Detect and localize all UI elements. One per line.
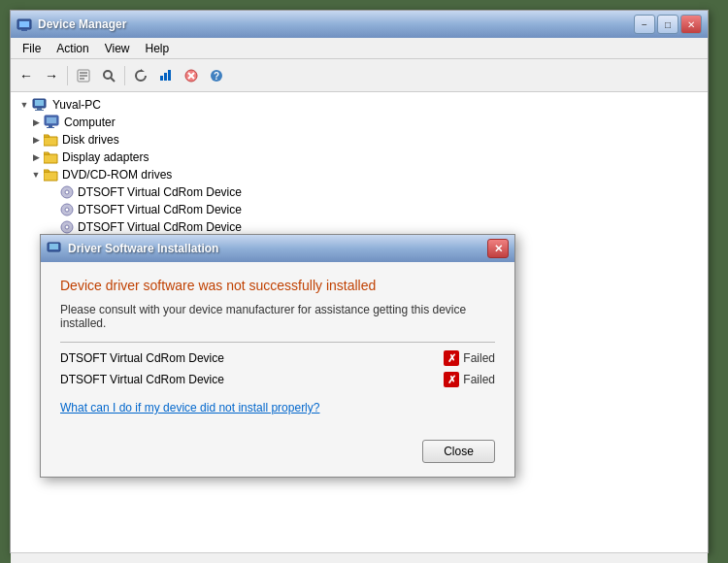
dialog-close-x[interactable]: ✕	[487, 239, 509, 258]
tree-label-diskdrives: Disk drives	[62, 133, 119, 147]
dialog-error-title: Device driver software was not successfu…	[60, 278, 495, 293]
dialog-footer: Close	[41, 430, 514, 477]
svg-rect-24	[49, 125, 52, 127]
tree-node-computer2[interactable]: ▶ Computer	[15, 114, 704, 131]
expand-icon-comp: ▶	[30, 116, 42, 128]
svg-rect-37	[50, 244, 58, 249]
svg-rect-23	[47, 117, 56, 123]
failed-icon-1: ✗	[444, 350, 459, 366]
svg-rect-19	[35, 100, 44, 106]
help-link[interactable]: What can I do if my device did not insta…	[60, 401, 495, 414]
device-manager-window: Device Manager − □ ✕ File Action View He…	[10, 10, 709, 553]
tree-label-yuvalpc: Yuval-PC	[52, 98, 101, 112]
tree-label-dvd: DVD/CD-ROM drives	[62, 168, 172, 182]
tree-node-dtsoft2[interactable]: ▶ DTSOFT Virtual CdRom Device	[15, 201, 704, 218]
expand-icon-dvd: ▼	[30, 169, 42, 181]
forward-button[interactable]: →	[40, 64, 63, 87]
svg-rect-20	[37, 108, 42, 110]
menu-action[interactable]: Action	[49, 40, 96, 57]
tree-node-dtsoft1[interactable]: ▶ DTSOFT Virtual CdRom Device	[15, 183, 704, 201]
svg-point-29	[65, 208, 69, 212]
svg-point-31	[65, 225, 69, 229]
cd-device-icon	[59, 184, 75, 200]
scan-button[interactable]	[97, 64, 120, 87]
titlebar-icon	[17, 17, 32, 32]
driver-installation-dialog: Driver Software Installation ✕ Device dr…	[40, 234, 515, 478]
toolbar-sep-1	[67, 66, 68, 85]
cd-device-icon2	[59, 202, 75, 217]
disk-folder-icon	[44, 133, 59, 147]
tree-label-dtsoft2: DTSOFT Virtual CdRom Device	[78, 203, 242, 216]
cd-device-icon3	[59, 219, 75, 235]
remove-button[interactable]	[180, 64, 203, 87]
svg-point-7	[104, 71, 112, 79]
menu-view[interactable]: View	[97, 40, 138, 57]
dialog-title: Driver Software Installation	[68, 242, 487, 255]
tree-node-computer[interactable]: ▼ Yuval-PC	[15, 96, 704, 114]
device-row-2: DTSOFT Virtual CdRom Device ✗ Failed	[60, 372, 495, 387]
toolbar: ← →	[11, 59, 708, 92]
tree-label-dtsoft3: DTSOFT Virtual CdRom Device	[78, 220, 242, 234]
device-name-1: DTSOFT Virtual CdRom Device	[60, 351, 444, 365]
svg-text:?: ?	[214, 71, 219, 82]
dvd-folder-icon	[44, 168, 59, 182]
statusbar	[11, 552, 708, 563]
dialog-separator	[60, 342, 495, 343]
dialog-description: Please consult with your device manufact…	[60, 303, 495, 330]
dialog-body: Device driver software was not successfu…	[41, 262, 514, 430]
toolbar-sep-2	[124, 66, 125, 85]
tree-label-dtsoft1: DTSOFT Virtual CdRom Device	[78, 185, 242, 199]
device-name-2: DTSOFT Virtual CdRom Device	[60, 373, 444, 386]
svg-rect-1	[19, 21, 29, 27]
titlebar: Device Manager − □ ✕	[11, 11, 708, 38]
window-title: Device Manager	[38, 17, 634, 31]
help-button[interactable]: ?	[205, 64, 228, 87]
back-button[interactable]: ←	[15, 64, 38, 87]
svg-point-27	[65, 190, 69, 194]
device-row-1: DTSOFT Virtual CdRom Device ✗ Failed	[60, 350, 495, 366]
tree-node-diskdrives[interactable]: ▶ Disk drives	[15, 131, 704, 149]
dialog-title-icon	[47, 241, 62, 256]
status-text-1: Failed	[463, 351, 495, 365]
svg-rect-12	[168, 70, 171, 81]
tree-label-computer: Computer	[64, 116, 116, 129]
menu-help[interactable]: Help	[138, 40, 178, 57]
status-text-2: Failed	[463, 373, 495, 386]
svg-rect-10	[160, 76, 163, 81]
monitor-icon	[44, 115, 61, 130]
tree-node-display[interactable]: ▶ Display adapters	[15, 149, 704, 166]
svg-line-8	[111, 78, 115, 82]
display-folder-icon	[44, 150, 59, 164]
window-controls: − □ ✕	[634, 15, 702, 34]
tree-node-dvd[interactable]: ▼ DVD/CD-ROM drives	[15, 166, 704, 183]
computer-icon	[32, 97, 50, 113]
svg-rect-11	[164, 73, 167, 81]
expand-icon-display: ▶	[30, 151, 42, 163]
refresh-button[interactable]	[129, 64, 152, 87]
failed-icon-2: ✗	[444, 372, 459, 387]
svg-rect-21	[35, 110, 44, 111]
expand-icon-disk: ▶	[30, 134, 42, 146]
update-button[interactable]	[154, 64, 178, 87]
minimize-button[interactable]: −	[634, 15, 655, 34]
tree-label-display: Display adapters	[62, 150, 149, 164]
svg-rect-2	[21, 29, 27, 31]
menubar: File Action View Help	[11, 38, 708, 59]
svg-marker-9	[141, 69, 145, 72]
properties-button[interactable]	[72, 64, 95, 87]
svg-rect-25	[47, 127, 54, 128]
expand-icon: ▼	[18, 99, 30, 111]
dialog-titlebar: Driver Software Installation ✕	[41, 235, 514, 262]
dialog-close-button[interactable]: Close	[422, 440, 495, 463]
menu-file[interactable]: File	[15, 40, 49, 57]
maximize-button[interactable]: □	[657, 15, 678, 34]
close-button[interactable]: ✕	[680, 15, 702, 34]
